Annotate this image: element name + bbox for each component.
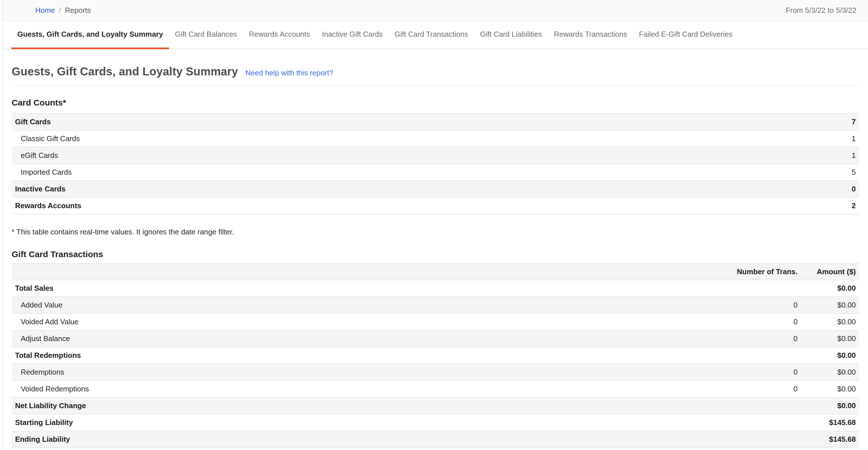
table-row: Voided Add Value 0 $0.00 [12, 313, 859, 330]
table-row: Classic Gift Cards 1 [12, 130, 859, 147]
report-tabs: Guests, Gift Cards, and Loyalty Summary … [3, 21, 868, 49]
row-label: Voided Add Value [15, 317, 704, 326]
column-header-amount: Amount ($) [798, 268, 856, 276]
table-row: Ending Liability $145.68 [12, 431, 859, 447]
page-title: Guests, Gift Cards, and Loyalty Summary [12, 65, 238, 78]
row-trans-count: 0 [704, 385, 798, 393]
breadcrumb-current: Reports [65, 6, 91, 15]
row-label: Adjust Balance [15, 334, 704, 343]
page-container: Home / Reports From 5/3/22 to 5/3/22 Gue… [2, 0, 868, 450]
table-row: Imported Cards 5 [12, 164, 859, 180]
table-header-row: Number of Trans. Amount ($) [12, 263, 859, 280]
tab-inactive-gift-cards[interactable]: Inactive Gift Cards [316, 21, 389, 49]
row-trans-count: 0 [704, 317, 798, 326]
column-header-number-of-trans: Number of Trans. [704, 268, 798, 276]
breadcrumb-home-link[interactable]: Home [35, 6, 55, 15]
row-label: Net Liability Change [15, 401, 704, 410]
row-amount: $0.00 [798, 334, 856, 343]
table-row: Total Redemptions $0.00 [12, 347, 859, 364]
table-row: Inactive Cards 0 [12, 180, 859, 197]
section-heading-gift-card-transactions: Gift Card Transactions [12, 250, 859, 259]
row-amount: $145.68 [798, 418, 856, 427]
breadcrumb: Home / Reports [35, 6, 91, 15]
row-value: 1 [852, 151, 856, 160]
title-divider [12, 85, 859, 86]
tab-rewards-transactions[interactable]: Rewards Transactions [548, 21, 633, 49]
table-row: Starting Liability $145.68 [12, 414, 859, 431]
row-trans-count: 0 [704, 368, 798, 376]
tab-gift-card-balances[interactable]: Gift Card Balances [169, 21, 243, 49]
row-amount: $0.00 [798, 351, 856, 360]
date-range-label: From 5/3/22 to 5/3/22 [786, 6, 856, 15]
card-counts-table: Gift Cards 7 Classic Gift Cards 1 eGift … [12, 113, 859, 215]
table-row: Redemptions 0 $0.00 [12, 364, 859, 380]
row-amount: $0.00 [798, 368, 856, 376]
row-label: Added Value [15, 301, 704, 309]
tab-failed-egift-card-deliveries[interactable]: Failed E-Gift Card Deliveries [633, 21, 738, 49]
section-heading-card-counts: Card Counts* [12, 98, 859, 108]
table-row: Voided Redemptions 0 $0.00 [12, 380, 859, 397]
top-bar: Home / Reports From 5/3/22 to 5/3/22 [3, 0, 868, 21]
row-label: Total Redemptions [15, 351, 704, 360]
table-row: Net Liability Change $0.00 [12, 397, 859, 414]
table-row: Added Value 0 $0.00 [12, 297, 859, 313]
row-amount: $0.00 [798, 401, 856, 410]
card-counts-footnote: * This table contains real-time values. … [12, 228, 859, 236]
row-trans-count: 0 [704, 334, 798, 343]
row-label: Redemptions [15, 368, 704, 376]
row-label: Voided Redemptions [15, 385, 704, 393]
row-label: eGift Cards [15, 151, 852, 160]
help-link[interactable]: Need help with this report? [245, 68, 333, 77]
row-amount: $0.00 [798, 317, 856, 326]
report-content: Guests, Gift Cards, and Loyalty Summary … [3, 65, 868, 448]
row-amount: $145.68 [798, 435, 856, 444]
row-label: Total Sales [15, 284, 704, 293]
row-amount: $0.00 [798, 301, 856, 309]
row-value: 5 [852, 168, 856, 177]
row-value: 0 [852, 185, 856, 193]
row-label: Gift Cards [15, 117, 852, 126]
row-label: Classic Gift Cards [15, 134, 852, 143]
table-row: Rewards Accounts 2 [12, 197, 859, 214]
row-amount: $0.00 [798, 385, 856, 393]
row-value: 1 [852, 134, 856, 143]
row-label: Rewards Accounts [15, 201, 852, 210]
table-row: Gift Cards 7 [12, 113, 859, 130]
tab-gift-card-liabilities[interactable]: Gift Card Liabilities [474, 21, 548, 49]
row-label: Inactive Cards [15, 185, 852, 193]
breadcrumb-separator: / [59, 6, 61, 15]
row-amount: $0.00 [798, 284, 856, 293]
tab-guests-gift-cards-loyalty-summary[interactable]: Guests, Gift Cards, and Loyalty Summary [11, 21, 169, 49]
gift-card-transactions-table: Number of Trans. Amount ($) Total Sales … [12, 263, 859, 448]
table-row: eGift Cards 1 [12, 147, 859, 164]
row-label: Ending Liability [15, 435, 704, 444]
row-value: 7 [852, 117, 856, 126]
tab-gift-card-transactions[interactable]: Gift Card Transactions [389, 21, 474, 49]
report-title-row: Guests, Gift Cards, and Loyalty Summary … [12, 65, 859, 78]
row-trans-count: 0 [704, 301, 798, 309]
tab-rewards-accounts[interactable]: Rewards Accounts [243, 21, 316, 49]
row-value: 2 [852, 201, 856, 210]
row-label: Starting Liability [15, 418, 704, 427]
table-row: Adjust Balance 0 $0.00 [12, 330, 859, 347]
table-row: Total Sales $0.00 [12, 280, 859, 297]
row-label: Imported Cards [15, 168, 852, 177]
